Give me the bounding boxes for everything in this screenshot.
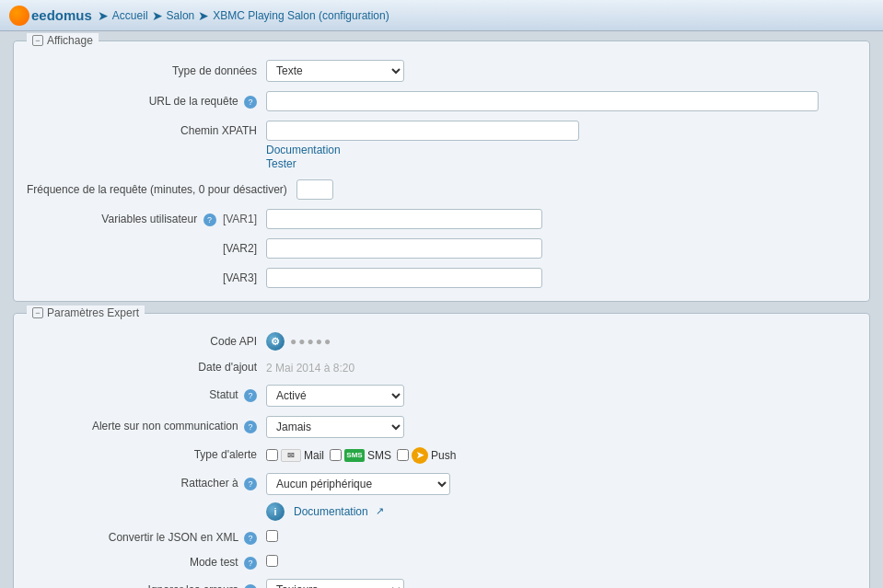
convertir-json-label: Convertir le JSON en XML ? <box>27 530 266 546</box>
alerte-row: Alerte sur non communication ? Jamais 1 … <box>27 416 856 438</box>
rattacher-help-icon[interactable]: ? <box>244 478 257 490</box>
main-content: − Affichage Type de données Texte Nombre… <box>0 31 883 588</box>
mail-label: Mail <box>304 449 324 462</box>
url-help-icon[interactable]: ? <box>244 96 257 109</box>
breadcrumb-arrow-icon: ➤ <box>98 8 109 23</box>
xpath-label: Chemin XPATH <box>27 123 266 139</box>
statut-row: Statut ? Activé Désactivé <box>27 385 856 407</box>
push-icon: ➤ <box>412 447 428 464</box>
ignorer-erreurs-select[interactable]: Toujours Jamais Parfois <box>266 579 404 588</box>
section-expert-title: − Paramètres Expert <box>27 306 145 319</box>
logo-text: eedomus <box>31 7 92 23</box>
mode-test-help-icon[interactable]: ? <box>244 557 257 570</box>
url-row: URL de la requête ? http://localhost/scr… <box>27 91 856 111</box>
expert-collapse-icon[interactable]: − <box>32 307 43 318</box>
alerte-select[interactable]: Jamais 1 heure 6 heures 24 heures <box>266 416 404 438</box>
breadcrumb-accueil[interactable]: Accueil <box>112 9 148 22</box>
rattacher-row: Rattacher à ? Aucun périphérique <box>27 473 856 495</box>
alert-push-item: ➤ Push <box>397 447 456 464</box>
statut-help-icon[interactable]: ? <box>244 389 257 402</box>
convertir-json-help-icon[interactable]: ? <box>244 532 257 545</box>
alert-mail-item: ✉ Mail <box>266 449 324 462</box>
documentation-link[interactable]: Documentation <box>266 144 341 156</box>
date-ajout-label: Date d'ajout <box>27 360 266 375</box>
var2-input[interactable]: 8080 <box>266 238 542 259</box>
frequence-label: Fréquence de la requête (minutes, 0 pour… <box>27 182 296 198</box>
var3-control: xbmc:xbmc <box>266 268 856 288</box>
alert-sms-checkbox[interactable] <box>330 449 342 461</box>
type-alerte-row: Type d'alerte ✉ Mail SMS SMS ➤ <box>27 447 856 464</box>
statut-label: Statut ? <box>27 387 266 403</box>
breadcrumb-salon[interactable]: Salon <box>167 9 195 22</box>
var3-label: [VAR3] <box>27 271 266 286</box>
sms-label: SMS <box>367 449 391 462</box>
breadcrumb-arrow-icon2: ➤ <box>152 8 163 23</box>
section-expert: − Paramètres Expert Code API ⚙ ●●●●● Dat… <box>13 313 870 588</box>
var1-input[interactable]: 192.168.0.10 <box>266 209 542 229</box>
mode-test-row: Mode test ? <box>27 555 856 571</box>
xpath-row: Chemin XPATH /xbmc/playing <box>27 121 856 141</box>
var1-row: Variables utilisateur ? [VAR1] 192.168.0… <box>27 209 856 229</box>
rattacher-control: Aucun périphérique <box>266 473 856 495</box>
variables-label: Variables utilisateur ? [VAR1] <box>27 212 266 227</box>
expert-collapse[interactable]: − Paramètres Expert <box>32 306 139 319</box>
alert-sms-item: SMS SMS <box>330 449 391 462</box>
rattacher-label: Rattacher à ? <box>27 476 266 491</box>
sms-icon: SMS <box>344 449 365 462</box>
type-donnees-label: Type de données <box>27 63 266 79</box>
var1-control: 192.168.0.10 <box>266 209 856 229</box>
url-input[interactable]: http://localhost/script/?exec=xbmc_playi… <box>266 91 819 111</box>
convertir-json-row: Convertir le JSON en XML ? <box>27 530 856 546</box>
breadcrumb-page[interactable]: XBMC Playing Salon (configuration) <box>213 9 389 22</box>
statut-select[interactable]: Activé Désactivé <box>266 385 404 407</box>
section-collapse[interactable]: − Affichage <box>32 34 93 47</box>
convertir-json-checkbox[interactable] <box>266 530 278 542</box>
alert-mail-checkbox[interactable] <box>266 449 278 461</box>
doc-info-icon: i <box>266 502 285 521</box>
section-affichage: − Affichage Type de données Texte Nombre… <box>13 40 870 302</box>
frequence-row: Fréquence de la requête (minutes, 0 pour… <box>27 179 856 200</box>
type-donnees-control: Texte Nombre Binaire <box>266 60 856 82</box>
rattacher-select[interactable]: Aucun périphérique <box>266 473 450 495</box>
collapse-icon[interactable]: − <box>32 35 43 46</box>
var2-control: 8080 <box>266 238 856 259</box>
api-code-value: ●●●●● <box>290 335 332 348</box>
xpath-links: Documentation Tester <box>266 143 341 170</box>
expert-documentation-link[interactable]: Documentation <box>294 505 368 518</box>
expert-label: Paramètres Expert <box>47 306 139 319</box>
url-control: http://localhost/script/?exec=xbmc_playi… <box>266 91 856 111</box>
doc-row: i Documentation ↗ <box>27 502 856 521</box>
tester-link[interactable]: Tester <box>266 157 296 170</box>
alerte-help-icon[interactable]: ? <box>244 421 257 433</box>
frequence-input[interactable]: 5 <box>296 179 333 200</box>
external-link-icon: ↗ <box>376 505 384 517</box>
type-alerte-label: Type d'alerte <box>27 447 266 463</box>
date-ajout-row: Date d'ajout 2 Mai 2014 à 8:20 <box>27 360 856 375</box>
code-api-label: Code API <box>27 334 266 350</box>
header: eedomus ➤ Accueil ➤ Salon ➤ XBMC Playing… <box>0 0 883 31</box>
type-donnees-select[interactable]: Texte Nombre Binaire <box>266 60 404 82</box>
xpath-control: /xbmc/playing <box>266 121 856 141</box>
logo-circle-icon <box>9 6 29 26</box>
var2-row: [VAR2] 8080 <box>27 238 856 259</box>
var3-input[interactable]: xbmc:xbmc <box>266 268 542 288</box>
mail-icon: ✉ <box>281 449 301 462</box>
xpath-links-row: Documentation Tester <box>27 143 856 170</box>
convertir-json-control <box>266 530 856 545</box>
mode-test-checkbox[interactable] <box>266 555 278 567</box>
var3-row: [VAR3] xbmc:xbmc <box>27 268 856 288</box>
type-donnees-row: Type de données Texte Nombre Binaire <box>27 60 856 82</box>
xpath-input[interactable]: /xbmc/playing <box>266 121 579 141</box>
section-affichage-title: − Affichage <box>27 33 99 47</box>
code-api-row: Code API ⚙ ●●●●● <box>27 332 856 351</box>
mode-test-label: Mode test ? <box>27 555 266 571</box>
mode-test-control <box>266 555 856 570</box>
ignorer-erreurs-control: Toujours Jamais Parfois <box>266 579 856 588</box>
api-settings-icon[interactable]: ⚙ <box>266 332 285 351</box>
frequence-control: 5 <box>296 179 856 200</box>
ignorer-erreurs-help-icon[interactable]: ? <box>244 584 257 588</box>
affichage-label: Affichage <box>47 34 93 47</box>
variables-help-icon[interactable]: ? <box>203 213 216 226</box>
alert-push-checkbox[interactable] <box>397 449 409 461</box>
date-ajout-value: 2 Mai 2014 à 8:20 <box>266 362 354 375</box>
